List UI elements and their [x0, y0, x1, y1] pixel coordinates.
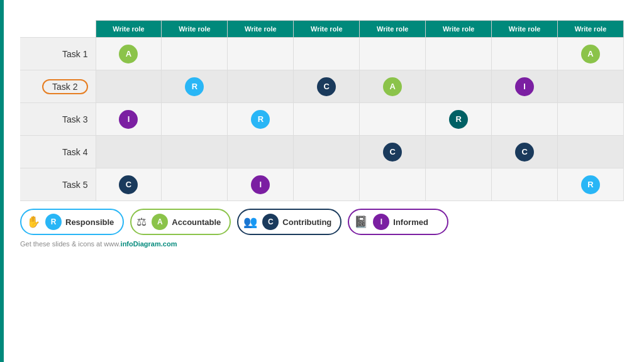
- task-label-4: Task 5: [20, 168, 96, 201]
- raci-table: Write roleWrite roleWrite roleWrite role…: [20, 20, 624, 201]
- task-label-1: Task 2: [20, 70, 96, 103]
- cell-r3-c2: [228, 136, 294, 168]
- legend-badge-informed: I: [373, 214, 389, 230]
- raci-badge-I-r4-c2: I: [251, 175, 270, 194]
- cell-r4-c4: [360, 168, 426, 201]
- cell-r1-c6: I: [492, 70, 558, 103]
- legend-badge-accountable: A: [152, 214, 168, 230]
- cell-r3-c7: [558, 136, 624, 168]
- legend-label-responsible: Responsible: [65, 217, 114, 227]
- cell-r3-c6: C: [492, 136, 558, 168]
- task-label-3: Task 4: [20, 136, 96, 168]
- legend-label-contributing: Contributing: [282, 217, 331, 227]
- header-col-3: Write role: [294, 21, 360, 38]
- cell-r0-c1: [162, 38, 228, 70]
- legend-label-informed: Informed: [393, 217, 428, 227]
- cell-r2-c0: I: [96, 103, 162, 136]
- footer-text: Get these slides & icons at www.infoDiag…: [20, 240, 624, 248]
- cell-r1-c2: [228, 70, 294, 103]
- cell-r4-c7: R: [558, 168, 624, 201]
- legend: ✋RResponsible⚖AAccountable👥CContributing…: [20, 209, 624, 235]
- cell-r2-c7: [558, 103, 624, 136]
- cell-r1-c0: [96, 70, 162, 103]
- contributing-icon: 👥: [243, 215, 257, 229]
- raci-badge-A-r0-c7: A: [581, 45, 600, 63]
- raci-badge-I-r2-c0: I: [119, 110, 138, 129]
- raci-badge-R-r2-c2: R: [251, 110, 270, 129]
- cell-r2-c1: [162, 103, 228, 136]
- header-col-6: Write role: [492, 21, 558, 38]
- raci-badge-C-r3-c6: C: [515, 143, 534, 162]
- raci-badge-A-r1-c4: A: [383, 77, 402, 96]
- legend-item-responsible: ✋RResponsible: [20, 209, 124, 235]
- legend-item-informed: 📓IInformed: [348, 209, 448, 235]
- cell-r0-c4: [360, 38, 426, 70]
- header-empty: [20, 21, 96, 38]
- cell-r0-c0: A: [96, 38, 162, 70]
- cell-r4-c6: [492, 168, 558, 201]
- raci-badge-R-r2-c5: R: [449, 110, 468, 129]
- cell-r2-c5: R: [426, 103, 492, 136]
- cell-r0-c5: [426, 38, 492, 70]
- cell-r3-c4: C: [360, 136, 426, 168]
- cell-r0-c2: [228, 38, 294, 70]
- cell-r4-c0: C: [96, 168, 162, 201]
- table-row: Task 4CC: [20, 136, 624, 168]
- header-col-2: Write role: [228, 21, 294, 38]
- raci-badge-C-r3-c4: C: [383, 143, 402, 162]
- raci-badge-A-r0-c0: A: [119, 45, 138, 63]
- legend-badge-contributing: C: [262, 214, 279, 230]
- cell-r0-c3: [294, 38, 360, 70]
- header-col-5: Write role: [426, 21, 492, 38]
- raci-badge-I-r1-c6: I: [515, 77, 534, 96]
- raci-badge-C-r4-c0: C: [119, 175, 138, 194]
- legend-item-contributing: 👥CContributing: [237, 209, 341, 235]
- cell-r0-c7: A: [558, 38, 624, 70]
- cell-r1-c7: [558, 70, 624, 103]
- cell-r1-c5: [426, 70, 492, 103]
- cell-r4-c3: [294, 168, 360, 201]
- task2-highlighted-label: Task 2: [42, 79, 87, 94]
- page: Write roleWrite roleWrite roleWrite role…: [0, 0, 644, 362]
- cell-r0-c6: [492, 38, 558, 70]
- table-row: Task 3IRR: [20, 103, 624, 136]
- cell-r1-c4: A: [360, 70, 426, 103]
- legend-badge-responsible: R: [45, 214, 62, 230]
- legend-item-accountable: ⚖AAccountable: [130, 209, 231, 235]
- header-col-1: Write role: [162, 21, 228, 38]
- cell-r2-c4: [360, 103, 426, 136]
- legend-label-accountable: Accountable: [172, 217, 221, 227]
- cell-r2-c6: [492, 103, 558, 136]
- cell-r4-c2: I: [228, 168, 294, 201]
- task-label-0: Task 1: [20, 38, 96, 70]
- cell-r4-c1: [162, 168, 228, 201]
- cell-r3-c0: [96, 136, 162, 168]
- informed-icon: 📓: [354, 215, 368, 229]
- header-col-0: Write role: [96, 21, 162, 38]
- cell-r3-c1: [162, 136, 228, 168]
- table-row: Task 5CIR: [20, 168, 624, 201]
- table-row: Task 1AA: [20, 38, 624, 70]
- table-row: Task 2RCAI: [20, 70, 624, 103]
- accent-bar: [0, 0, 4, 362]
- header-col-4: Write role: [360, 21, 426, 38]
- cell-r4-c5: [426, 168, 492, 201]
- accountable-icon: ⚖: [136, 215, 147, 229]
- header-col-7: Write role: [558, 21, 624, 38]
- raci-badge-C-r1-c3: C: [317, 77, 336, 96]
- responsible-icon: ✋: [26, 215, 40, 229]
- cell-r3-c3: [294, 136, 360, 168]
- task-label-2: Task 3: [20, 103, 96, 136]
- raci-badge-R-r4-c7: R: [581, 175, 600, 194]
- cell-r3-c5: [426, 136, 492, 168]
- raci-badge-R-r1-c1: R: [185, 77, 204, 96]
- cell-r2-c2: R: [228, 103, 294, 136]
- cell-r1-c1: R: [162, 70, 228, 103]
- cell-r1-c3: C: [294, 70, 360, 103]
- cell-r2-c3: [294, 103, 360, 136]
